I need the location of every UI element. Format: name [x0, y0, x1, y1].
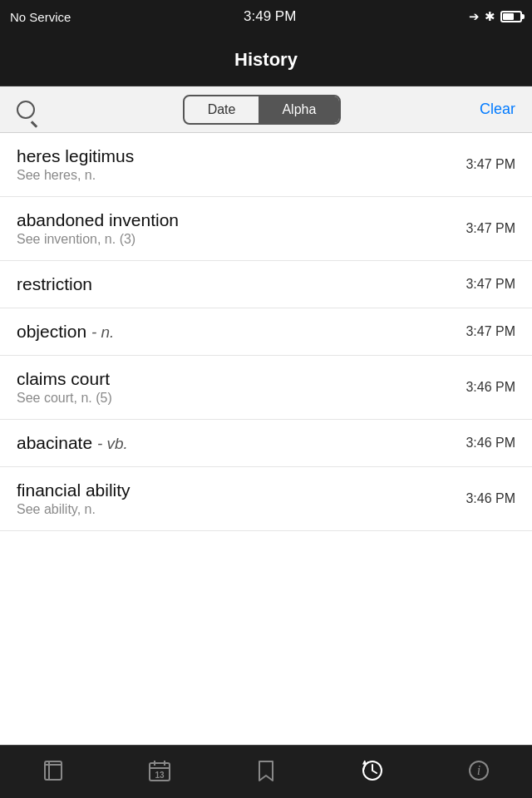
list-item[interactable]: heres legitimusSee heres, n.3:47 PM	[0, 133, 532, 197]
tab-info[interactable]: i	[426, 746, 532, 798]
calendar-icon: 13	[147, 758, 172, 786]
segment-control: Date Alpha	[50, 95, 474, 125]
history-icon	[360, 758, 385, 786]
list-item[interactable]: restriction3:47 PM	[0, 261, 532, 308]
item-time: 3:46 PM	[466, 380, 515, 395]
location-icon: ➔	[469, 9, 480, 24]
item-time: 3:46 PM	[466, 491, 515, 506]
book-icon	[41, 758, 66, 786]
bookmark-icon	[254, 758, 278, 786]
carrier-label: No Service	[10, 10, 71, 24]
segment-alpha-button[interactable]: Alpha	[259, 96, 339, 123]
tab-bookmark[interactable]	[213, 746, 319, 798]
tab-history[interactable]	[319, 746, 426, 798]
tab-book[interactable]	[0, 746, 106, 798]
tab-calendar[interactable]: 13	[106, 746, 213, 798]
item-title: financial ability	[17, 480, 452, 500]
status-icons: ➔ ✱	[469, 9, 522, 24]
page-title: History	[234, 49, 298, 71]
item-subtitle: See heres, n.	[17, 168, 452, 183]
list-item[interactable]: financial abilitySee ability, n.3:46 PM	[0, 467, 532, 531]
list-item[interactable]: abacinate - vb.3:46 PM	[0, 420, 532, 467]
item-time: 3:46 PM	[466, 436, 515, 451]
item-title: restriction	[17, 274, 452, 294]
svg-text:i: i	[477, 763, 480, 777]
item-title: objection - n.	[17, 322, 452, 342]
battery-icon	[500, 11, 522, 22]
search-icon[interactable]	[17, 101, 50, 119]
segment-date-button[interactable]: Date	[185, 96, 259, 123]
nav-bar: History	[0, 33, 532, 86]
item-time: 3:47 PM	[466, 221, 515, 236]
clear-button[interactable]: Clear	[474, 101, 515, 118]
history-list: heres legitimusSee heres, n.3:47 PMaband…	[0, 133, 532, 745]
svg-text:13: 13	[155, 771, 165, 780]
status-bar: No Service 3:49 PM ➔ ✱	[0, 0, 532, 33]
list-item[interactable]: objection - n.3:47 PM	[0, 308, 532, 356]
item-time: 3:47 PM	[466, 324, 515, 339]
tab-bar: 13 i	[0, 745, 532, 798]
item-title: abacinate - vb.	[17, 433, 452, 453]
bluetooth-icon: ✱	[485, 9, 495, 24]
toolbar: Date Alpha Clear	[0, 86, 532, 133]
item-subtitle: See invention, n. (3)	[17, 232, 452, 247]
item-title: heres legitimus	[17, 146, 452, 166]
item-title: abandoned invention	[17, 210, 452, 230]
list-item[interactable]: abandoned inventionSee invention, n. (3)…	[0, 197, 532, 261]
item-subtitle: See court, n. (5)	[17, 391, 452, 406]
item-time: 3:47 PM	[466, 157, 515, 172]
list-item[interactable]: claims courtSee court, n. (5)3:46 PM	[0, 356, 532, 420]
item-time: 3:47 PM	[466, 277, 515, 292]
item-title: claims court	[17, 369, 452, 389]
info-icon: i	[466, 758, 491, 786]
time-label: 3:49 PM	[244, 8, 296, 25]
item-subtitle: See ability, n.	[17, 502, 452, 517]
